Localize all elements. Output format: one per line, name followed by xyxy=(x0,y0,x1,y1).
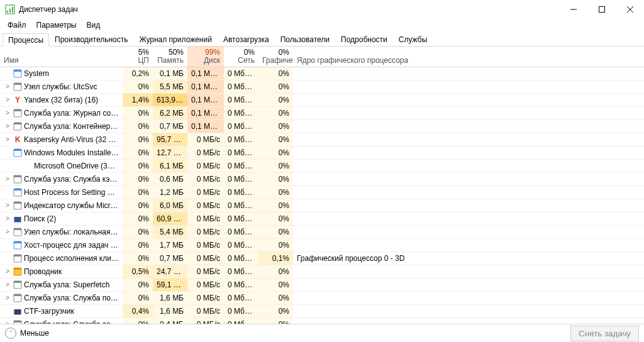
expand-icon[interactable]: > xyxy=(4,83,11,90)
process-name: System xyxy=(24,69,119,78)
menu-file[interactable]: Файл xyxy=(5,20,29,30)
process-name: Индексатор службы Microsoft... xyxy=(24,201,119,210)
cell-network: 0 Мбит/с xyxy=(224,239,258,252)
cell-memory: 95,7 МБ xyxy=(153,133,187,146)
cell-disk: 0 МБ/с xyxy=(187,279,224,292)
expand-icon[interactable]: > xyxy=(4,294,11,301)
process-icon xyxy=(13,227,23,237)
cell-disk: 0 МБ/с xyxy=(187,226,224,239)
process-row[interactable]: >Поиск (2)0%60,9 МБ0 МБ/с0 Мбит/с0% xyxy=(0,212,644,226)
cell-cpu: 0% xyxy=(123,120,153,133)
process-row[interactable]: Windows Modules Installer Wor...0%12,7 М… xyxy=(0,146,644,160)
tab-users[interactable]: Пользователи xyxy=(275,33,335,46)
tab-startup[interactable]: Автозагрузка xyxy=(218,33,275,46)
expand-icon[interactable]: > xyxy=(4,202,11,209)
process-icon xyxy=(13,253,23,263)
tab-details[interactable]: Подробности xyxy=(335,33,393,46)
process-row[interactable]: Процесс исполнения клиент-...0%0,7 МБ0 М… xyxy=(0,252,644,265)
maximize-button[interactable] xyxy=(587,0,616,19)
process-row[interactable]: >YYandex (32 бита) (16)1,4%613,9 МБ0,1 М… xyxy=(0,94,644,107)
col-gpu[interactable]: 0%Графиче... xyxy=(258,47,293,67)
close-button[interactable] xyxy=(616,0,644,19)
expand-icon[interactable]: > xyxy=(4,123,11,130)
col-memory[interactable]: 50%Память xyxy=(153,47,187,67)
expand-icon[interactable]: > xyxy=(4,268,11,275)
expand-icon[interactable]: > xyxy=(4,175,11,182)
col-cpu[interactable]: 5%ЦП xyxy=(123,47,153,67)
process-icon xyxy=(13,201,23,211)
cell-memory: 12,7 МБ xyxy=(153,146,187,160)
cell-disk: 0 МБ/с xyxy=(187,199,224,212)
col-name[interactable]: Имя xyxy=(0,47,123,67)
process-row[interactable]: >Служба узла: Служба сопоста...0%0,4 МБ0… xyxy=(0,318,644,324)
process-grid[interactable]: Имя 5%ЦП 50%Память 99%Диск 0%Сеть 0%Граф… xyxy=(0,47,644,324)
process-name: Служба узла: Служба пользов... xyxy=(24,294,119,302)
process-row[interactable]: >Проводник0,5%24,7 МБ0 МБ/с0 Мбит/с0% xyxy=(0,265,644,279)
fewer-details-toggle[interactable]: ˄ Меньше xyxy=(5,328,49,339)
cell-disk: 0,1 МБ/с xyxy=(187,67,224,80)
cell-gpu-engine xyxy=(293,146,644,160)
process-row[interactable]: System0,2%0,1 МБ0,1 МБ/с0 Мбит/с0% xyxy=(0,67,644,80)
cell-network: 0 Мбит/с xyxy=(224,212,258,226)
process-row[interactable]: CTF-загрузчик0,4%1,6 МБ0 МБ/с0 Мбит/с0% xyxy=(0,305,644,318)
cell-network: 0 Мбит/с xyxy=(224,107,258,120)
cell-disk: 0 МБ/с xyxy=(187,292,224,305)
cell-network: 0 Мбит/с xyxy=(224,252,258,265)
expand-icon[interactable]: > xyxy=(4,321,11,324)
fewer-label: Меньше xyxy=(20,329,49,338)
process-row[interactable]: >Служба узла: Служба кэша ш...0%0,6 МБ0 … xyxy=(0,173,644,186)
svg-rect-21 xyxy=(14,175,21,177)
expand-icon[interactable]: > xyxy=(4,215,11,222)
cell-memory: 5,5 МБ xyxy=(153,80,187,94)
minimize-button[interactable] xyxy=(559,0,587,19)
tab-performance[interactable]: Производительность xyxy=(49,33,133,46)
menu-options[interactable]: Параметры xyxy=(34,20,79,30)
process-row[interactable]: Хост-процесс для задач Wind...0%1,7 МБ0 … xyxy=(0,239,644,252)
process-row[interactable]: >Служба узла: Журнал событи...0%6,2 МБ0,… xyxy=(0,107,644,120)
col-gpu-engine[interactable]: Ядро графического процессора xyxy=(293,47,644,67)
cell-memory: 0,7 МБ xyxy=(153,120,187,133)
chevron-up-icon: ˄ xyxy=(5,328,16,339)
tab-services[interactable]: Службы xyxy=(393,33,433,46)
process-row[interactable]: >Узел службы: UtcSvc0%5,5 МБ0,1 МБ/с0 Мб… xyxy=(0,80,644,94)
cell-gpu: 0% xyxy=(258,318,293,324)
expand-icon[interactable]: > xyxy=(4,96,11,103)
col-disk[interactable]: 99%Диск xyxy=(187,47,224,67)
process-icon xyxy=(13,121,23,131)
expand-icon[interactable]: > xyxy=(4,136,11,143)
tab-processes[interactable]: Процессы xyxy=(3,33,49,47)
cell-disk: 0 МБ/с xyxy=(187,133,224,146)
process-icon xyxy=(13,319,23,324)
svg-rect-3 xyxy=(12,7,13,13)
process-name: Процесс исполнения клиент-... xyxy=(24,254,119,263)
cell-cpu: 0% xyxy=(123,252,153,265)
process-row[interactable]: Microsoft OneDrive (32 бита)0%6,1 МБ0 МБ… xyxy=(0,160,644,173)
tab-app-history[interactable]: Журнал приложений xyxy=(134,33,218,46)
process-row[interactable]: >Служба узла: Служба пользов...0%1,6 МБ0… xyxy=(0,292,644,305)
menu-view[interactable]: Вид xyxy=(84,20,103,30)
cell-memory: 1,7 МБ xyxy=(153,239,187,252)
cell-gpu: 0% xyxy=(258,279,293,292)
cell-gpu-engine xyxy=(293,160,644,173)
cell-gpu-engine: Графический процессор 0 - 3D xyxy=(293,252,644,265)
process-row[interactable]: Host Process for Setting Synchr...0%1,2 … xyxy=(0,186,644,199)
svg-rect-14 xyxy=(14,109,21,111)
end-task-button[interactable]: Снять задачу xyxy=(570,326,639,341)
col-network[interactable]: 0%Сеть xyxy=(224,47,258,67)
process-row[interactable]: >Индексатор службы Microsoft...0%6,0 МБ0… xyxy=(0,199,644,212)
process-row[interactable]: >Узел службы: локальная служ...0%5,4 МБ0… xyxy=(0,226,644,239)
process-name: Host Process for Setting Synchr... xyxy=(24,188,119,197)
expand-icon[interactable]: > xyxy=(4,281,11,288)
cell-network: 0 Мбит/с xyxy=(224,120,258,133)
process-row[interactable]: >KKaspersky Anti-Virus (32 бита)0%95,7 М… xyxy=(0,133,644,146)
process-row[interactable]: >Служба узла: Superfetch0%59,1 МБ0 МБ/с0… xyxy=(0,279,644,292)
process-row[interactable]: >Служба узла: Контейнер служ...0%0,7 МБ0… xyxy=(0,120,644,133)
cell-memory: 60,9 МБ xyxy=(153,212,187,226)
cell-cpu: 0% xyxy=(123,199,153,212)
expand-icon[interactable]: > xyxy=(4,109,11,116)
cell-cpu: 0% xyxy=(123,239,153,252)
svg-rect-35 xyxy=(14,268,21,270)
cell-memory: 24,7 МБ xyxy=(153,265,187,279)
expand-icon[interactable]: > xyxy=(4,228,11,235)
process-name: Служба узла: Служба кэша ш... xyxy=(24,175,119,184)
